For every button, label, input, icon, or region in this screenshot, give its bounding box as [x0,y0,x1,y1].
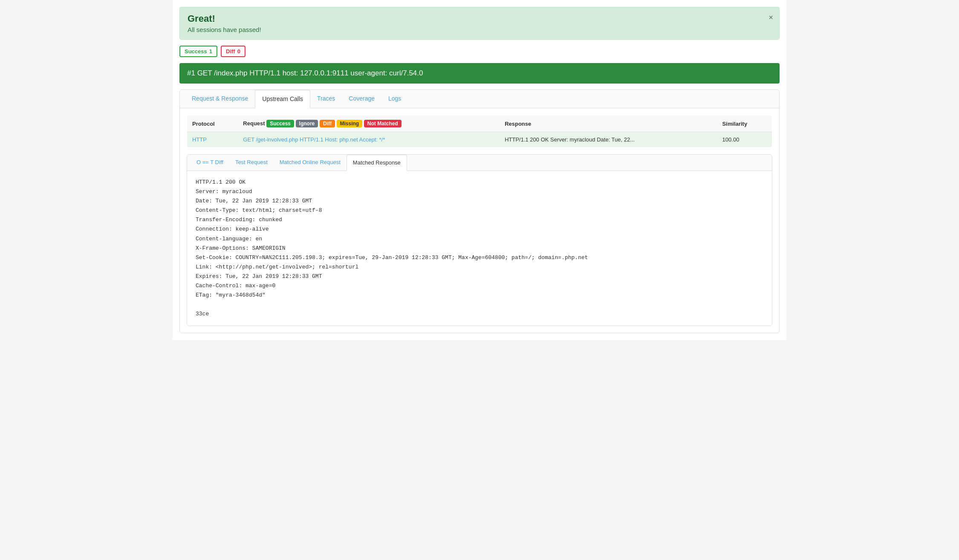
status-not-matched-badge: Not Matched [364,120,402,127]
tab-coverage[interactable]: Coverage [342,90,381,108]
table-container: Protocol Request Success Ignore Diff Mis… [180,108,779,154]
request-header-bar: #1 GET /index.php HTTP/1.1 host: 127.0.0… [179,63,780,84]
success-label: Success [185,48,207,55]
status-ignore-badge: Ignore [296,120,318,127]
success-badge: Success 1 [179,46,217,57]
cell-similarity: 100.00 [717,132,772,147]
tab-logs[interactable]: Logs [381,90,408,108]
badge-row: Success 1 Diff 0 [179,46,780,57]
tab-upstream-calls[interactable]: Upstream Calls [255,90,310,108]
status-missing-badge: Missing [337,120,363,127]
cell-request[interactable]: GET /get-involved.php HTTP/1.1 Host: php… [238,132,500,147]
upstream-calls-table: Protocol Request Success Ignore Diff Mis… [187,115,772,147]
main-tabs: Request & Response Upstream Calls Traces… [180,90,779,108]
inner-tab-test-request[interactable]: Test Request [229,155,274,170]
col-request: Request Success Ignore Diff Missing Not … [238,115,500,132]
diff-badge: Diff 0 [221,46,246,57]
inner-tab-diff[interactable]: O == T Diff [191,155,229,170]
status-success-badge: Success [266,120,294,127]
col-response: Response [500,115,717,132]
tab-traces[interactable]: Traces [310,90,342,108]
alert-title: Great! [188,13,771,24]
inner-tab-matched-online-request[interactable]: Matched Online Request [274,155,347,170]
success-count: 1 [209,48,212,55]
diff-count: 0 [237,48,240,55]
table-header-row: Protocol Request Success Ignore Diff Mis… [187,115,772,132]
table-row[interactable]: HTTP GET /get-involved.php HTTP/1.1 Host… [187,132,772,147]
col-similarity: Similarity [717,115,772,132]
alert-banner: Great! All sessions have passed! × [179,7,780,40]
cell-response: HTTP/1.1 200 OK Server: myracloud Date: … [500,132,717,147]
alert-close-button[interactable]: × [768,13,773,22]
diff-label: Diff [226,48,235,55]
inner-card: O == T Diff Test Request Matched Online … [187,154,772,326]
alert-subtitle: All sessions have passed! [188,26,771,33]
tab-request-response[interactable]: Request & Response [185,90,255,108]
col-protocol: Protocol [187,115,238,132]
cell-protocol[interactable]: HTTP [187,132,238,147]
inner-tabs: O == T Diff Test Request Matched Online … [187,155,772,171]
main-card: Request & Response Upstream Calls Traces… [179,89,780,333]
inner-tab-matched-response[interactable]: Matched Response [347,155,407,171]
response-content: HTTP/1.1 200 OK Server: myracloud Date: … [187,171,772,326]
status-diff-badge: Diff [320,120,335,127]
